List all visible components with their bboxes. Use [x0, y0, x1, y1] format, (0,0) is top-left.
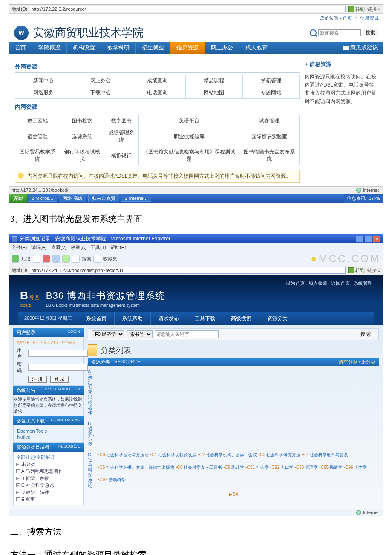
taskbar-item[interactable]: 网络-高级 [59, 194, 87, 202]
breadcrumb-home[interactable]: 首页 [343, 15, 352, 21]
subcategory-link[interactable]: •C8 统计学 [223, 465, 244, 476]
nav2-home[interactable]: 系统首页 [78, 312, 114, 325]
tree-node[interactable]: -E 军事 [16, 496, 81, 503]
cat-label[interactable]: C 社会科学总论 [88, 452, 96, 488]
tree-node[interactable]: +C 社会科学总论 [16, 482, 81, 489]
search-button-2[interactable]: 搜 索 [357, 331, 375, 338]
int-cell[interactable]: 教工园地 [15, 115, 60, 127]
address-input-2[interactable]: http://172.24.1.233/bookcd/list.php?reci… [29, 267, 346, 274]
nav2-cats[interactable]: 资源分类 [259, 312, 295, 325]
sys-admin[interactable]: 系统管理 [354, 280, 372, 286]
menu-file[interactable]: 文件(F) [12, 244, 27, 251]
minimize-button[interactable]: _ [356, 236, 363, 243]
maximize-button[interactable]: □ [364, 236, 372, 243]
nav2-request[interactable]: 请求发布 [150, 312, 187, 325]
subcategory-link[interactable]: •C93 管理学 [295, 465, 318, 476]
address-input[interactable]: http://172.22.0.2/resource/ [29, 6, 346, 12]
nav2-help[interactable]: 系统帮助 [114, 312, 150, 325]
int-cell[interactable]: 英语平台 [139, 115, 239, 127]
ext-cell[interactable]: 精品课程 [186, 75, 242, 87]
tool-link[interactable]: Daemon Tools [17, 428, 80, 434]
search-icon[interactable] [72, 255, 80, 263]
tool-link[interactable]: Notice [17, 434, 80, 440]
nav-teach[interactable]: 教学科研 [101, 42, 136, 54]
subcategory-link[interactable]: •C95 民族学 [319, 465, 343, 476]
menu-fav[interactable]: 收藏(A) [71, 244, 86, 251]
subcategory-link[interactable]: •C1 社会科学现状及发展 [150, 452, 196, 463]
password-input[interactable] [28, 364, 88, 371]
ext-cell[interactable]: 学籍管理 [242, 75, 299, 87]
refresh-icon[interactable] [52, 255, 60, 263]
tree-node[interactable]: +A 马列毛邓思想著作 [16, 468, 81, 475]
subcategory-link[interactable]: •C97 劳动科学 [98, 477, 126, 488]
int-cell[interactable]: 试卷管理 [239, 115, 300, 127]
back-icon[interactable] [12, 255, 19, 263]
close-button[interactable]: × [373, 236, 380, 243]
login-button[interactable]: 登 录 [50, 376, 69, 383]
search-input[interactable] [318, 29, 361, 36]
subcategory-link[interactable]: •C96 人才学 [344, 465, 367, 476]
ext-cell[interactable]: 成绩查询 [129, 75, 185, 87]
start-button[interactable]: 开始 [9, 194, 27, 203]
back-home[interactable]: 返回首页 [331, 280, 350, 286]
int-cell[interactable]: 图书检索 [60, 115, 104, 127]
int-cell[interactable]: 银行等级考试模拟 [60, 146, 104, 165]
keyword-input[interactable] [155, 330, 219, 338]
nav-adult[interactable]: 成人教育 [239, 42, 274, 54]
ext-cell[interactable]: 专题网站 [242, 87, 299, 99]
int-cell[interactable]: 国际贸易教学系统 [15, 146, 60, 165]
tree-toggle-all[interactable]: 全部收起/全部展开 [16, 454, 81, 461]
username-input[interactable] [28, 350, 88, 357]
int-cell[interactable]: 职业技能题库 [139, 127, 239, 146]
int-cell[interactable]: 国际贸易实验室 [239, 127, 300, 146]
register-button[interactable]: 注 册 [28, 376, 46, 383]
go-button-2[interactable]: 转到 [348, 267, 365, 274]
ext-cell[interactable]: 网上办公 [72, 75, 129, 87]
menu-view[interactable]: 查看(V) [51, 244, 67, 251]
ext-cell[interactable]: 电话查询 [129, 87, 185, 99]
forward-icon[interactable] [33, 255, 40, 263]
ext-cell[interactable]: 网站地图 [186, 87, 242, 99]
nav-about[interactable]: 学院概况 [32, 42, 67, 54]
nav-home[interactable]: 首页 [9, 42, 32, 54]
menu-edit[interactable]: 编辑(E) [31, 244, 47, 251]
add-favorite[interactable]: 加入收藏 [308, 280, 327, 286]
stop-icon[interactable] [43, 255, 50, 263]
nav-admit[interactable]: 招生就业 [136, 42, 170, 54]
subcategory-link[interactable]: •C91 社会学 [245, 465, 269, 476]
category-select[interactable]: F0 经济学 [92, 330, 124, 338]
tree-node[interactable]: +B 哲学、宗教 [16, 475, 81, 482]
cat-label[interactable]: A 马列毛邓思想著作 [88, 369, 96, 415]
taskbar-item[interactable]: 2 Interne... [121, 195, 151, 202]
nav2-tools[interactable]: 工具下载 [187, 312, 223, 325]
int-cell[interactable]: 《图书馆文献信息检索与利用》课程测试题 [139, 146, 239, 165]
int-cell[interactable]: 宿舍管理 [15, 127, 60, 146]
taskbar-item[interactable]: 归来自商贸 [88, 194, 119, 202]
int-cell[interactable]: 选课系统 [60, 127, 104, 146]
menu-tools[interactable]: 工具(T) [91, 244, 106, 251]
favorites-icon[interactable] [93, 255, 101, 263]
feedback-link[interactable]: 意见或建议 [338, 42, 383, 54]
tree-node[interactable]: +D 政治、法律 [16, 489, 81, 496]
nav-org[interactable]: 机构设置 [67, 42, 101, 54]
taskbar-item[interactable]: 2 Micros... [28, 195, 57, 202]
subcategory-link[interactable]: •C6 社会科学参考工具书 [176, 465, 222, 476]
search-button[interactable]: 搜索 [363, 29, 378, 36]
nav-office[interactable]: 网上办公 [205, 42, 239, 54]
ext-cell[interactable]: 下载中心 [72, 87, 129, 99]
int-cell[interactable]: 图书馆随书光盘发布系统 [239, 146, 300, 165]
go-button[interactable]: 转到 [348, 6, 365, 12]
nav2-adv[interactable]: 高级搜索 [223, 312, 259, 325]
ext-cell[interactable]: 新闻中心 [15, 75, 72, 87]
menu-help[interactable]: 帮助(H) [110, 244, 126, 251]
subcategory-link[interactable]: •C4 社会科学教育与普及 [302, 452, 348, 463]
subcategory-link[interactable]: •C92 人口学 [270, 465, 294, 476]
nav-resources[interactable]: 信息资源 [170, 42, 205, 54]
cat-label[interactable]: B 哲学、宗教 [88, 421, 96, 446]
subcategory-link[interactable]: •C2 社会科学机构、团体、会议 [198, 452, 257, 463]
subcategory-link[interactable]: •C5 社会科学丛书、文集、连续性出版物 [98, 465, 174, 476]
subcategory-link[interactable]: •C3 社会科学研究方法 [258, 452, 300, 463]
int-cell[interactable]: 成绩管理系统 [104, 127, 139, 146]
field-select[interactable]: 索书号 [127, 330, 153, 338]
int-cell[interactable]: 数字图书 [104, 115, 139, 127]
